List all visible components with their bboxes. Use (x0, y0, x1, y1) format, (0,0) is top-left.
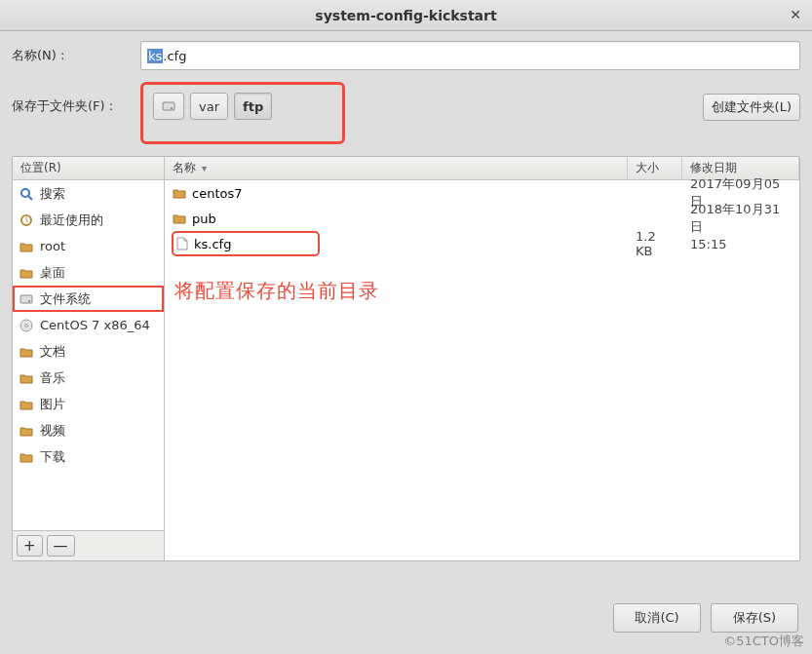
places-item-label: 桌面 (40, 264, 65, 282)
filename-selected: ks (147, 49, 163, 63)
places-sidebar: 位置(R) 搜索 最近使用的 root 桌面 (13, 157, 165, 560)
places-item-search[interactable]: 搜索 (13, 180, 164, 207)
file-name: pub (192, 212, 216, 226)
close-button[interactable]: ✕ (787, 6, 804, 23)
column-header-size[interactable]: 大小 (628, 157, 682, 179)
path-highlight-box: var ftp (140, 82, 345, 144)
places-header[interactable]: 位置(R) (13, 157, 164, 180)
titlebar: system-config-kickstart ✕ (0, 0, 812, 31)
cd-icon (19, 318, 34, 333)
cancel-button[interactable]: 取消(C) (613, 603, 701, 633)
svg-line-3 (28, 196, 32, 200)
folder-row: 保存于文件夹(F) : var ftp 创建文件夹(L) (12, 82, 800, 144)
places-footer: + — (13, 530, 164, 560)
places-item-downloads[interactable]: 下载 (13, 443, 164, 470)
file-size: 1.2 KB (628, 229, 682, 258)
filename-input[interactable]: ks.cfg (140, 41, 800, 70)
svg-point-8 (25, 324, 28, 327)
places-item-music[interactable]: 音乐 (13, 365, 164, 391)
places-item-root[interactable]: root (13, 233, 164, 259)
watermark: ©51CTO博客 (723, 633, 804, 650)
file-chooser: 位置(R) 搜索 最近使用的 root 桌面 (12, 156, 800, 561)
file-date: 15:15 (682, 237, 799, 251)
folder-icon (19, 449, 34, 465)
folder-icon (19, 370, 34, 386)
places-item-desktop[interactable]: 桌面 (13, 259, 164, 286)
file-date: 2018年10月31日 (682, 201, 799, 236)
disk-icon (19, 291, 34, 307)
window-title: system-config-kickstart (315, 8, 496, 23)
recent-icon (19, 212, 34, 228)
folder-icon (19, 423, 34, 439)
places-item-recent[interactable]: 最近使用的 (13, 207, 164, 233)
places-item-label: CentOS 7 x86_64 (40, 318, 150, 332)
places-list: 搜索 最近使用的 root 桌面 文件系统 (13, 180, 164, 530)
places-item-label: 最近使用的 (40, 212, 103, 229)
places-item-label: 文件系统 (40, 290, 91, 308)
file-icon (176, 237, 188, 250)
places-item-label: 下载 (40, 448, 65, 466)
disk-icon (162, 99, 175, 113)
folder-icon (19, 239, 34, 254)
remove-bookmark-button[interactable]: — (47, 535, 75, 557)
create-folder-button[interactable]: 创建文件夹(L) (703, 94, 800, 121)
search-icon (19, 186, 34, 202)
folder-icon (173, 186, 186, 200)
folder-icon (19, 397, 34, 412)
path-segment-ftp[interactable]: ftp (234, 93, 272, 120)
filename-label: 名称(N) : (12, 47, 140, 64)
svg-point-1 (171, 107, 173, 109)
places-item-label: root (40, 239, 65, 253)
file-name: centos7 (192, 186, 242, 201)
dialog-footer: 取消(C) 保存(S) (613, 603, 798, 633)
places-item-videos[interactable]: 视频 (13, 417, 164, 443)
svg-rect-5 (20, 295, 32, 303)
column-header-name[interactable]: 名称 (165, 157, 628, 179)
places-item-documents[interactable]: 文档 (13, 338, 164, 365)
places-item-label: 图片 (40, 396, 65, 413)
files-panel: 名称 大小 修改日期 centos7 2017年09月05日 pub (165, 157, 799, 560)
filename-row: 名称(N) : ks.cfg (12, 41, 800, 70)
dialog-body: 名称(N) : ks.cfg 保存于文件夹(F) : var ftp 创建文件夹… (0, 31, 812, 571)
save-button[interactable]: 保存(S) (711, 603, 798, 633)
folder-label: 保存于文件夹(F) : (12, 82, 140, 115)
places-item-filesystem[interactable]: 文件系统 (13, 286, 164, 312)
filename-rest: .cfg (163, 49, 186, 63)
places-item-label: 视频 (40, 422, 65, 440)
svg-rect-0 (163, 102, 174, 110)
folder-icon (19, 265, 34, 281)
path-segment-root[interactable] (153, 93, 184, 120)
places-item-cdrom[interactable]: CentOS 7 x86_64 (13, 312, 164, 338)
folder-icon (19, 344, 34, 360)
folder-icon (173, 212, 186, 225)
places-item-pictures[interactable]: 图片 (13, 391, 164, 417)
annotation-text: 将配置保存的当前目录 (174, 278, 379, 304)
add-bookmark-button[interactable]: + (17, 535, 43, 557)
places-item-label: 文档 (40, 343, 65, 361)
file-name: ks.cfg (194, 237, 231, 251)
file-row-folder[interactable]: pub 2018年10月31日 (165, 206, 799, 231)
places-item-label: 搜索 (40, 185, 65, 203)
path-segment-var[interactable]: var (190, 93, 228, 120)
files-body: centos7 2017年09月05日 pub 2018年10月31日 (165, 180, 799, 560)
places-item-label: 音乐 (40, 369, 65, 387)
svg-point-2 (21, 189, 29, 197)
svg-point-6 (28, 300, 30, 302)
